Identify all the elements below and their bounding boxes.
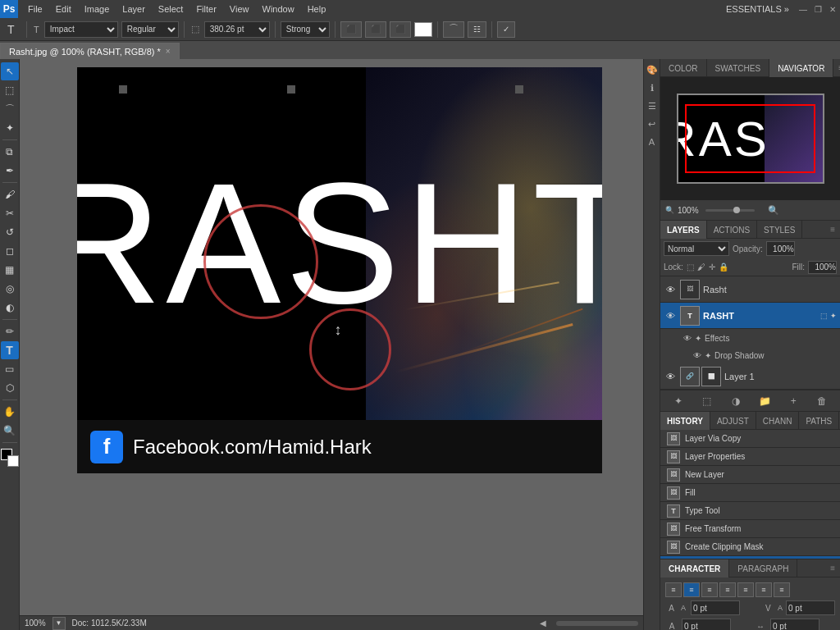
foreground-background-colors[interactable] [1, 449, 19, 467]
add-layer-button[interactable]: + [785, 393, 801, 409]
gradient-tool[interactable]: ▦ [1, 261, 19, 279]
menu-window[interactable]: Window [256, 0, 301, 18]
blur-tool[interactable]: ◎ [1, 280, 19, 298]
layer-item-layer1[interactable]: 👁 🔗 ⬜ Layer 1 [660, 363, 840, 390]
layer-drop-shadow-item[interactable]: 👁 ✦ Drop Shadow [660, 347, 840, 363]
layer-effects-item[interactable]: 👁 ✦ Effects [660, 329, 840, 347]
history-item-1[interactable]: 🖼 Layer Properties [660, 448, 840, 466]
layer-visibility-layer1[interactable]: 👁 [664, 370, 677, 383]
tab-channels[interactable]: CHANN [756, 412, 800, 430]
pen-tool[interactable]: ✏ [1, 322, 19, 340]
warp-text-button[interactable]: ⌒ [443, 21, 464, 38]
maximize-button[interactable]: ❐ [810, 2, 825, 16]
add-style-button[interactable]: ✦ [670, 393, 687, 409]
history-item-5[interactable]: 🖼 Free Transform [660, 520, 840, 538]
align-left-button[interactable]: ⬛ [340, 21, 362, 38]
menu-filter[interactable]: Filter [189, 0, 222, 18]
zoom-handle[interactable] [733, 207, 740, 213]
eraser-tool[interactable]: ◻ [1, 242, 19, 260]
menu-help[interactable]: Help [301, 0, 333, 18]
add-adjustment-button[interactable]: ◑ [728, 393, 744, 409]
menu-file[interactable]: File [21, 0, 49, 18]
char-icon[interactable]: A [645, 135, 660, 149]
tab-swatches[interactable]: SWATCHES [707, 59, 770, 77]
color-icon[interactable]: 🎨 [645, 62, 660, 77]
justify-right-char-button[interactable]: ≡ [756, 582, 772, 597]
menu-select[interactable]: Select [152, 0, 190, 18]
layer-visibility-rasht[interactable]: 👁 [664, 283, 677, 296]
tab-color[interactable]: COLOR [660, 59, 707, 77]
lock-transparent-icon[interactable]: ⬚ [687, 262, 694, 272]
tab-layers[interactable]: LAYERS [660, 221, 707, 239]
history-item-0[interactable]: 🖼 Layer Via Copy [660, 430, 840, 448]
tab-navigator[interactable]: NAVIGATOR [769, 59, 833, 77]
marquee-tool[interactable]: ⬚ [1, 81, 19, 99]
tracking-input[interactable] [691, 600, 740, 615]
close-button[interactable]: ✕ [825, 2, 840, 16]
brush-tool[interactable]: 🖌 [1, 185, 19, 203]
delete-layer-button[interactable]: 🗑 [814, 393, 830, 409]
toggle-panels-button[interactable]: ☷ [468, 21, 486, 38]
kerning-input[interactable] [786, 600, 835, 615]
history-icon-strip[interactable]: ↩ [645, 116, 660, 131]
tab-actions[interactable]: ACTIONS [707, 221, 757, 239]
hand-tool[interactable]: ✋ [1, 403, 19, 421]
menu-image[interactable]: Image [78, 0, 116, 18]
tab-character[interactable]: CHARACTER [660, 559, 729, 578]
dodge-tool[interactable]: ◐ [1, 299, 19, 317]
menu-layer[interactable]: Layer [116, 0, 152, 18]
anti-alias-select[interactable]: Strong [281, 21, 330, 38]
move-tool[interactable]: ↖ [1, 62, 19, 80]
justify-all-char-button[interactable]: ≡ [774, 582, 790, 597]
blend-mode-select[interactable]: Normal [664, 241, 729, 256]
menu-edit[interactable]: Edit [49, 0, 78, 18]
crop-tool[interactable]: ⧉ [1, 143, 19, 161]
drop-shadow-eye[interactable]: 👁 [693, 351, 701, 360]
lock-image-icon[interactable]: 🖌 [697, 262, 705, 272]
eyedropper-tool[interactable]: ✒ [1, 162, 19, 180]
essentials-label[interactable]: ESSENTIALS » [719, 4, 796, 14]
zoom-in-icon[interactable]: 🔍 [768, 205, 779, 216]
text-color-swatch[interactable] [414, 22, 432, 37]
history-item-4[interactable]: T Type Tool [660, 502, 840, 520]
zoom-out-icon[interactable]: 🔍 [665, 206, 674, 214]
add-mask-button[interactable]: ⬚ [699, 393, 715, 409]
zoom-menu-button[interactable]: ▼ [52, 617, 66, 630]
layer-visibility-RASHT[interactable]: 👁 [664, 309, 677, 322]
3d-tool[interactable]: ⬡ [1, 379, 19, 397]
align-center-char-button[interactable]: ≡ [683, 582, 700, 597]
scale-input[interactable] [770, 619, 819, 630]
lock-position-icon[interactable]: ✛ [709, 262, 715, 272]
justify-left-char-button[interactable]: ≡ [719, 582, 736, 597]
cancel-button[interactable]: ✓ [497, 21, 515, 38]
effects-eye[interactable]: 👁 [683, 334, 692, 343]
baseline-shift-input[interactable] [682, 619, 731, 630]
document-tab[interactable]: Rasht.jpg @ 100% (RASHT, RGB/8) * × [0, 43, 180, 59]
handle-tm[interactable] [287, 85, 295, 94]
history-item-6[interactable]: 🖼 Create Clipping Mask [660, 538, 840, 556]
info-icon[interactable]: ℹ [645, 80, 660, 95]
history-item-2[interactable]: 🖼 New Layer [660, 466, 840, 484]
background-color[interactable] [7, 455, 19, 467]
magic-wand-tool[interactable]: ✦ [1, 119, 19, 137]
menu-view[interactable]: View [223, 0, 256, 18]
stamp-tool[interactable]: ✂ [1, 204, 19, 222]
history-item-7[interactable]: 🖼 Drop Shadow [660, 556, 840, 559]
history-brush-tool[interactable]: ↺ [1, 223, 19, 241]
navigator-panel-close[interactable]: ≡ [833, 59, 840, 76]
align-left-char-button[interactable]: ≡ [665, 582, 682, 597]
character-panel-close[interactable]: ≡ [825, 559, 840, 577]
lasso-tool[interactable]: ⌒ [1, 100, 19, 118]
scroll-left-button[interactable]: ◀ [540, 619, 546, 628]
tab-paths[interactable]: PATHS [799, 412, 839, 430]
layers-panel-close[interactable]: ≡ [825, 221, 840, 238]
lock-all-icon[interactable]: 🔒 [719, 262, 728, 272]
align-center-button[interactable]: ⬛ [365, 21, 386, 38]
layer-item-RASHT[interactable]: 👁 T RASHT ⬚ ✦ [660, 303, 840, 329]
zoom-tool[interactable]: 🔍 [1, 422, 19, 440]
opacity-input[interactable] [766, 241, 795, 256]
tab-styles[interactable]: STYLES [757, 221, 802, 239]
align-right-char-button[interactable]: ≡ [701, 582, 718, 597]
justify-center-char-button[interactable]: ≡ [737, 582, 754, 597]
tab-close-icon[interactable]: × [166, 47, 171, 56]
